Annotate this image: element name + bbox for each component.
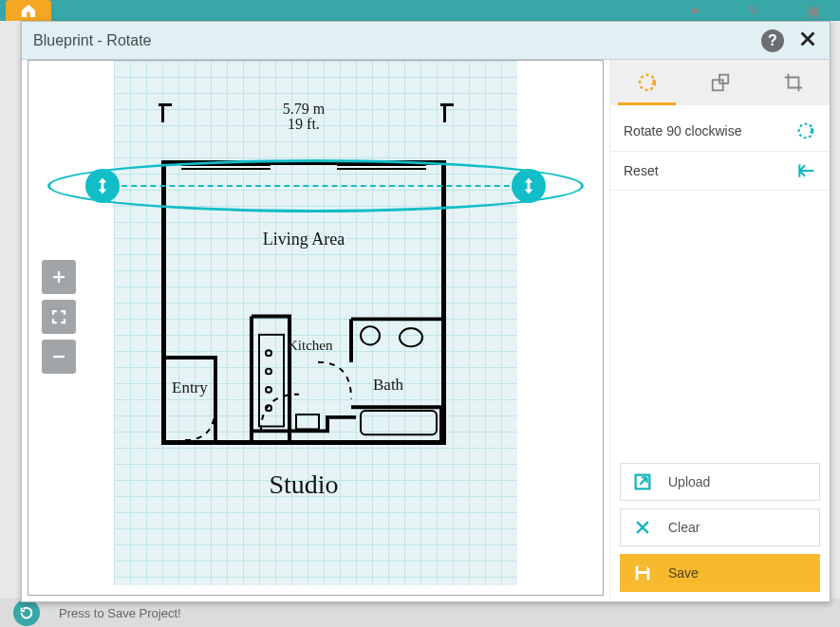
label-entry: Entry [172, 378, 208, 397]
dialog-title: Blueprint - Rotate [33, 32, 152, 49]
label-bath: Bath [373, 376, 403, 395]
svg-point-4 [266, 350, 271, 356]
action-rotate-90-label: Rotate 90 clockwise [624, 123, 742, 138]
svg-rect-3 [259, 335, 284, 427]
zoom-in-button[interactable] [42, 260, 76, 294]
upload-label: Upload [668, 474, 710, 489]
scale-icon [710, 72, 731, 93]
action-list: Rotate 90 clockwise Reset [610, 105, 830, 196]
footer-refresh-icon[interactable] [13, 599, 40, 626]
svg-point-6 [266, 387, 271, 393]
svg-rect-8 [296, 415, 319, 429]
bg-top-icons: ● ✎ ▣ [690, 2, 821, 20]
action-reset[interactable]: Reset [610, 152, 830, 191]
save-button[interactable]: Save [620, 554, 820, 592]
rotate-icon [636, 71, 659, 94]
dimension-m: 5.79 m [283, 101, 325, 117]
canvas-pane: 5.79 m 19 ft. [22, 60, 609, 601]
zoom-fit-button[interactable] [42, 300, 76, 334]
plan-title: Studio [161, 470, 446, 500]
tab-crop[interactable] [756, 60, 830, 105]
svg-rect-2 [361, 411, 437, 434]
crop-icon [783, 72, 804, 93]
footer-bar: Press to Save Project! [0, 599, 840, 627]
label-kitchen: Kitchen [288, 338, 332, 354]
side-pane: Rotate 90 clockwise Reset Upload [609, 60, 830, 601]
interior-walls [166, 165, 441, 440]
clear-button[interactable]: Clear [620, 508, 820, 546]
dim-tick-right [443, 103, 446, 122]
tool-tabs [610, 60, 830, 105]
svg-point-0 [361, 326, 380, 344]
tab-rotate[interactable] [610, 60, 683, 105]
zoom-controls [42, 260, 76, 374]
clear-label: Clear [668, 520, 700, 535]
home-icon [20, 3, 37, 18]
save-label: Save [668, 565, 699, 581]
blueprint-rotate-dialog: Blueprint - Rotate ? [21, 21, 831, 602]
svg-point-9 [640, 75, 655, 90]
bg-icon-2: ✎ [747, 2, 759, 20]
canvas-frame[interactable]: 5.79 m 19 ft. [28, 60, 604, 596]
svg-rect-10 [712, 80, 722, 90]
svg-point-12 [799, 124, 813, 138]
close-icon[interactable] [797, 28, 818, 53]
rotate-handle-left[interactable] [85, 169, 120, 203]
dialog-header: Blueprint - Rotate ? [22, 22, 830, 60]
save-icon [630, 562, 655, 583]
action-rotate-90[interactable]: Rotate 90 clockwise [610, 111, 830, 152]
dimension-bracket: 5.79 m 19 ft. [161, 103, 446, 132]
svg-rect-14 [638, 566, 646, 572]
floor-plan: 5.79 m 19 ft. [161, 103, 446, 530]
upload-icon [630, 471, 655, 492]
svg-point-7 [266, 405, 271, 411]
room-outline: Living Area Kitchen Bath Entry [161, 160, 446, 445]
clear-icon [630, 518, 655, 537]
rotate-90-icon [795, 120, 816, 141]
bg-icon-3: ▣ [807, 2, 821, 20]
svg-point-5 [266, 369, 271, 375]
label-living: Living Area [166, 230, 441, 249]
dim-tick-left [161, 103, 164, 122]
dimension-ft: 19 ft. [283, 117, 325, 132]
upload-button[interactable]: Upload [620, 463, 820, 501]
svg-point-1 [400, 328, 422, 346]
tab-scale[interactable] [683, 60, 756, 105]
zoom-out-button[interactable] [42, 340, 76, 374]
help-icon[interactable]: ? [761, 29, 784, 52]
windows [181, 164, 426, 170]
home-tab[interactable] [6, 0, 51, 21]
svg-rect-15 [638, 574, 646, 580]
rotate-handle-right[interactable] [512, 169, 546, 203]
bg-icon-1: ● [690, 2, 700, 20]
action-reset-label: Reset [624, 163, 659, 178]
footer-status-text: Press to Save Project! [59, 606, 181, 620]
reset-icon [795, 161, 816, 180]
side-buttons: Upload Clear Save [610, 463, 830, 601]
